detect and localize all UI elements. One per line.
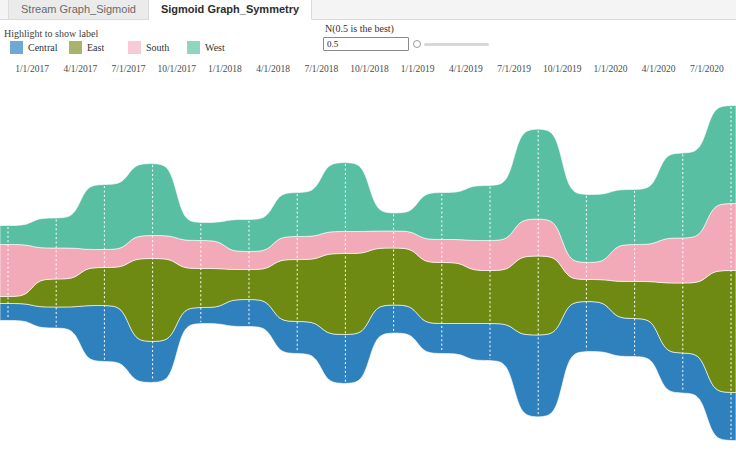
parameter-label: N(0.5 is the best) (325, 23, 394, 34)
legend-item-west[interactable]: West (187, 41, 246, 54)
legend-title: Highlight to show label (4, 28, 246, 39)
parameter-input[interactable] (323, 37, 409, 51)
highlight-legend: Highlight to show label CentralEastSouth… (4, 28, 246, 54)
legend-swatch (128, 41, 141, 54)
x-axis-label: 1/1/2018 (208, 64, 242, 74)
x-axis-label: 7/1/2019 (497, 64, 531, 74)
legend-swatch (10, 41, 23, 54)
x-axis-label: 7/1/2018 (304, 64, 338, 74)
x-axis-label: 1/1/2017 (15, 64, 49, 74)
tab-stream-graph-sigmoid[interactable]: Stream Graph_Sigmoid (9, 0, 149, 19)
stream-chart[interactable] (0, 78, 736, 454)
x-axis-label: 10/1/2017 (157, 64, 196, 74)
legend-items: CentralEastSouthWest (10, 41, 246, 54)
parameter-slider-handle[interactable] (413, 40, 421, 48)
x-axis-label: 1/1/2020 (594, 64, 628, 74)
legend-item-south[interactable]: South (128, 41, 187, 54)
legend-item-label: South (146, 42, 169, 53)
legend-item-central[interactable]: Central (10, 41, 69, 54)
legend-item-east[interactable]: East (69, 41, 128, 54)
legend-item-label: West (205, 42, 225, 53)
x-axis-label: 1/1/2019 (401, 64, 435, 74)
x-axis: 1/1/20174/1/20177/1/201710/1/20171/1/201… (0, 64, 736, 78)
legend-item-label: Central (28, 42, 57, 53)
x-axis-label: 7/1/2017 (112, 64, 146, 74)
x-axis-label: 4/1/2017 (63, 64, 97, 74)
tableau-workbook: Stream Graph_Sigmoid Sigmoid Graph_Symme… (0, 0, 736, 454)
tab-bar-stub (0, 0, 9, 19)
x-axis-label: 4/1/2019 (449, 64, 483, 74)
x-axis-label: 7/1/2020 (690, 64, 724, 74)
sheet-tab-bar: Stream Graph_Sigmoid Sigmoid Graph_Symme… (0, 0, 736, 20)
legend-swatch (187, 41, 200, 54)
x-axis-label: 10/1/2019 (543, 64, 582, 74)
x-axis-label: 4/1/2020 (642, 64, 676, 74)
x-axis-label: 10/1/2018 (350, 64, 389, 74)
parameter-slider-track[interactable] (424, 43, 489, 46)
x-axis-label: 4/1/2018 (256, 64, 290, 74)
legend-swatch (69, 41, 82, 54)
legend-item-label: East (87, 42, 104, 53)
tab-sigmoid-graph-symmetry[interactable]: Sigmoid Graph_Symmetry (149, 0, 312, 20)
